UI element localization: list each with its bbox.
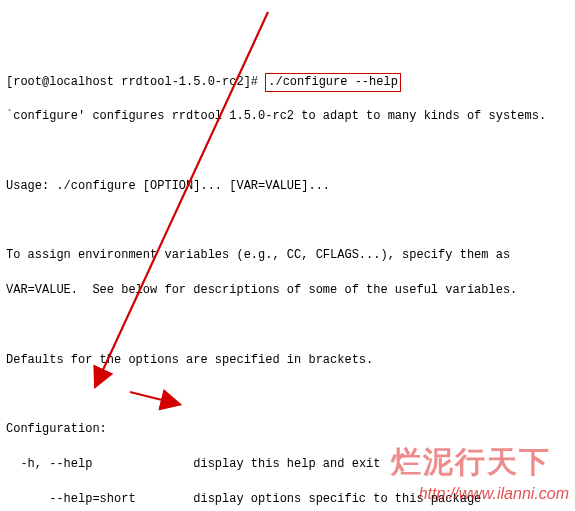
output-line: VAR=VALUE. See below for descriptions of… (6, 282, 569, 299)
option: -h, --help (6, 457, 92, 471)
output-line: Usage: ./configure [OPTION]... [VAR=VALU… (6, 178, 569, 195)
output-line: `configure' configures rrdtool 1.5.0-rc2… (6, 108, 569, 125)
section-header: Configuration: (6, 421, 569, 438)
option-desc: display this help and exit (193, 457, 380, 471)
output-line: Defaults for the options are specified i… (6, 352, 569, 369)
command-input: ./configure --help (265, 73, 401, 92)
shell-prompt: [root@localhost rrdtool-1.5.0-rc2]# (6, 75, 265, 89)
watermark-text: 烂泥行天下 (391, 440, 551, 484)
watermark-url: http://www.ilanni.com (419, 482, 569, 505)
option: --help=short (6, 492, 136, 506)
output-line: To assign environment variables (e.g., C… (6, 247, 569, 264)
